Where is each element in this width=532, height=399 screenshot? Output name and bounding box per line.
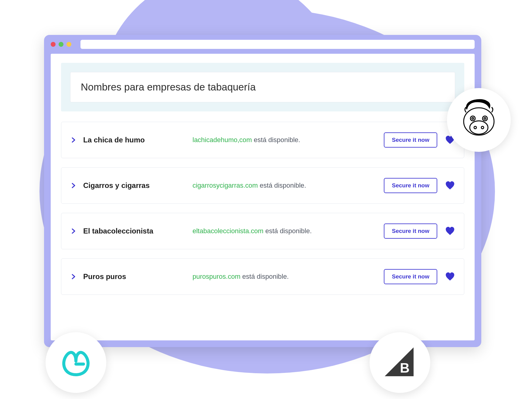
result-availability: lachicadehumo,com está disponible. [193, 136, 384, 144]
result-card: Cigarros y cigarras cigarrosycigarras.co… [61, 167, 464, 204]
result-status: está disponible. [252, 136, 300, 144]
heart-icon[interactable] [445, 272, 455, 281]
chevron-right-icon[interactable] [70, 228, 77, 234]
page-content: Nombres para empresas de tabaquería La c… [51, 54, 475, 340]
secure-button[interactable]: Secure it now [384, 132, 437, 148]
heart-icon[interactable] [445, 226, 455, 236]
result-name: Puros puros [83, 272, 193, 281]
svg-point-4 [472, 118, 474, 119]
brand-circle-horse [447, 88, 511, 152]
result-status: está disponible. [258, 182, 306, 189]
browser-window: Nombres para empresas de tabaquería La c… [44, 35, 481, 347]
heart-icon[interactable] [445, 181, 455, 190]
result-availability: cigarrosycigarras.com está disponible. [193, 182, 384, 189]
svg-point-5 [484, 118, 486, 119]
chevron-right-icon[interactable] [70, 274, 77, 280]
result-availability: purospuros.com está disponible. [193, 273, 384, 281]
search-band: Nombres para empresas de tabaquería [61, 63, 464, 111]
svg-point-1 [470, 121, 488, 134]
brand-circle-bigcommerce: B [370, 332, 430, 393]
browser-url-bar[interactable] [80, 40, 475, 49]
chevron-right-icon[interactable] [70, 137, 77, 143]
result-status: está disponible. [264, 227, 312, 235]
bigcommerce-icon: B [383, 346, 417, 379]
result-name: El tabacoleccionista [83, 227, 193, 235]
secure-button[interactable]: Secure it now [384, 269, 437, 284]
result-name: Cigarros y cigarras [83, 181, 193, 190]
result-domain: purospuros.com [193, 273, 240, 280]
secure-button[interactable]: Secure it now [384, 178, 437, 193]
result-name: La chica de humo [83, 136, 193, 144]
result-availability: eltabacoleccionista.com está disponible. [193, 227, 384, 235]
result-domain: lachicadehumo,com [193, 136, 252, 144]
horse-mascot-icon [458, 99, 500, 141]
window-zoom-dot[interactable] [66, 42, 71, 47]
search-input[interactable]: Nombres para empresas de tabaquería [70, 72, 455, 102]
result-card: La chica de humo lachicadehumo,com está … [61, 122, 464, 158]
godaddy-icon [59, 346, 93, 379]
secure-button[interactable]: Secure it now [384, 223, 437, 239]
svg-point-6 [474, 126, 476, 129]
result-card: El tabacoleccionista eltabacoleccionista… [61, 213, 464, 249]
browser-titlebar [44, 35, 481, 54]
result-domain: eltabacoleccionista.com [193, 227, 264, 235]
svg-text:B: B [400, 360, 410, 375]
chevron-right-icon[interactable] [70, 182, 77, 189]
result-card: Puros puros purospuros.com está disponib… [61, 258, 464, 295]
result-status: está disponible. [240, 273, 289, 280]
window-close-dot[interactable] [51, 42, 56, 47]
brand-circle-godaddy [46, 332, 106, 393]
window-minimize-dot[interactable] [59, 42, 63, 47]
svg-point-7 [481, 126, 484, 129]
result-domain: cigarrosycigarras.com [193, 182, 258, 189]
